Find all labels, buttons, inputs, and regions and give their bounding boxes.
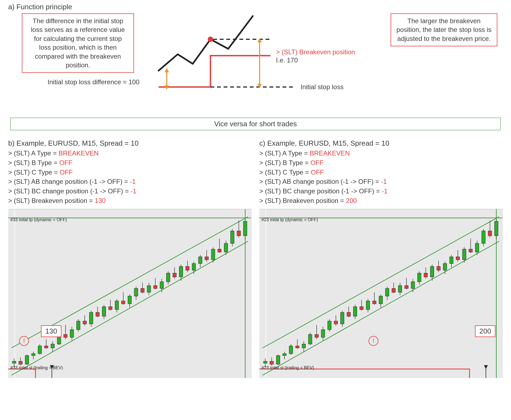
svg-rect-30 (51, 344, 54, 348)
svg-rect-107 (276, 356, 280, 364)
svg-rect-84 (224, 243, 228, 252)
svg-rect-88 (237, 231, 240, 236)
svg-rect-22 (25, 356, 29, 364)
svg-rect-169 (475, 243, 479, 252)
svg-rect-103 (263, 361, 267, 363)
svg-rect-147 (405, 286, 408, 289)
svg-text:I.e. 170: I.e. 170 (276, 56, 298, 64)
svg-rect-52 (121, 301, 125, 304)
param-line: > (SLT) B Type = OFF (259, 158, 503, 168)
example-title: c) Example, EURUSD, M15, Spread = 10 (259, 139, 503, 148)
svg-rect-165 (462, 249, 466, 260)
svg-rect-133 (360, 307, 363, 310)
svg-rect-119 (315, 334, 318, 337)
svg-rect-86 (231, 231, 234, 244)
svg-rect-137 (373, 301, 376, 304)
svg-rect-78 (205, 257, 209, 260)
section-a-title: a) Function principle (8, 3, 503, 11)
svg-rect-141 (385, 288, 389, 296)
param-line: > (SLT) AB change position (-1 -> OFF) =… (259, 177, 503, 187)
svg-marker-4 (165, 68, 169, 72)
example-c: c) Example, EURUSD, M15, Spread = 10> (S… (259, 139, 503, 378)
svg-rect-24 (32, 353, 35, 355)
svg-rect-129 (347, 312, 350, 316)
svg-rect-90 (243, 221, 247, 236)
svg-point-0 (208, 37, 213, 42)
param-line: > (SLT) Breakeven position = 130 (8, 196, 252, 206)
param-line: > (SLT) A Type = BREAKEVEN (8, 149, 252, 158)
svg-rect-54 (128, 296, 132, 304)
svg-rect-36 (70, 330, 74, 337)
example-title: b) Example, EURUSD, M15, Spread = 10 (8, 139, 252, 148)
svg-rect-159 (443, 263, 447, 270)
svg-rect-115 (302, 344, 305, 348)
chart-sl-label: #23 inital sl (trailing = BEV) (262, 365, 314, 370)
param-line: > (SLT) Breakeven position = 200 (259, 196, 503, 206)
svg-rect-125 (334, 321, 338, 324)
svg-rect-80 (211, 249, 215, 260)
svg-rect-11 (8, 209, 251, 378)
svg-rect-175 (495, 221, 498, 236)
svg-rect-44 (96, 312, 99, 316)
svg-rect-109 (283, 353, 286, 355)
param-line: > (SLT) BC change position (-1 -> OFF) =… (8, 187, 252, 196)
svg-rect-48 (109, 307, 112, 310)
svg-rect-56 (134, 288, 138, 296)
svg-rect-96 (259, 209, 502, 378)
svg-rect-157 (437, 266, 440, 270)
svg-rect-163 (456, 257, 460, 260)
example-b: b) Example, EURUSD, M15, Spread = 10> (S… (8, 139, 252, 378)
svg-rect-64 (160, 282, 164, 289)
svg-marker-7 (257, 38, 262, 42)
svg-rect-123 (328, 321, 331, 330)
svg-rect-145 (398, 286, 402, 292)
svg-rect-38 (76, 321, 80, 330)
svg-rect-50 (115, 301, 119, 310)
svg-rect-28 (44, 346, 48, 348)
alert-icon: ! (19, 336, 29, 346)
svg-rect-167 (469, 249, 473, 252)
vice-versa-banner: Vice versa for short trades (10, 118, 501, 130)
param-line: > (SLT) C Type = OFF (8, 168, 252, 177)
svg-rect-135 (366, 301, 370, 310)
svg-rect-139 (379, 296, 383, 304)
svg-rect-76 (198, 257, 202, 263)
svg-rect-70 (179, 266, 183, 277)
init-diff-label: Initial stop loss difference = 100 (47, 78, 139, 86)
svg-rect-171 (482, 231, 485, 244)
svg-rect-173 (488, 231, 492, 236)
svg-rect-127 (340, 312, 344, 324)
examples-row: b) Example, EURUSD, M15, Spread = 10> (S… (8, 139, 503, 378)
param-line: > (SLT) C Type = OFF (259, 168, 503, 177)
svg-rect-26 (38, 346, 41, 353)
svg-marker-8 (257, 84, 262, 88)
chart-sl-label: #33 inital sl (trailing = BEV) (10, 365, 63, 370)
svg-rect-117 (308, 334, 312, 344)
svg-rect-42 (89, 312, 93, 324)
svg-rect-72 (186, 266, 189, 270)
chart-tp-label: #23 inital tp (dynamic = OFF) (262, 217, 318, 222)
svg-text:Initial stop loss: Initial stop loss (301, 83, 343, 91)
be-pos-label: > (SLT) Breakeven position (276, 48, 355, 56)
left-note-box: The difference in the initial stop loss … (22, 13, 134, 73)
svg-rect-143 (392, 288, 396, 292)
svg-rect-66 (167, 273, 170, 282)
svg-rect-131 (353, 307, 357, 316)
svg-rect-20 (19, 361, 22, 364)
svg-rect-105 (270, 361, 274, 364)
svg-rect-34 (64, 334, 67, 337)
svg-rect-155 (430, 266, 434, 277)
svg-rect-151 (418, 273, 421, 282)
breakeven-value-box: 200 (475, 325, 495, 337)
svg-rect-113 (296, 346, 299, 348)
svg-rect-68 (173, 273, 176, 277)
principle-diagram: > (SLT) Breakeven position I.e. 170 Init… (139, 13, 385, 110)
param-line: > (SLT) B Type = OFF (8, 158, 252, 168)
svg-rect-18 (12, 361, 16, 363)
breakeven-value-box: 130 (41, 325, 61, 337)
svg-rect-60 (147, 286, 151, 292)
svg-rect-149 (411, 282, 415, 289)
chart-tp-label: #33 inital tp (dynamic = OFF) (10, 217, 67, 222)
svg-rect-111 (289, 346, 293, 353)
svg-rect-74 (192, 263, 196, 270)
